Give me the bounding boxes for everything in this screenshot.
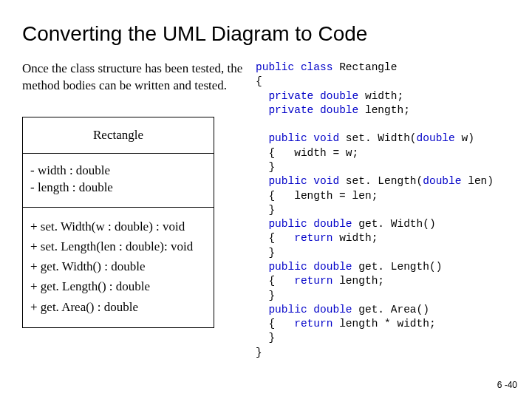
slide: Converting the UML Diagram to Code Once … xyxy=(0,0,532,399)
slide-title: Converting the UML Diagram to Code xyxy=(22,22,510,46)
keyword: void xyxy=(313,175,339,187)
code-text: Rectangle xyxy=(339,61,397,73)
uml-method: + set. Length(len : double): void xyxy=(30,236,206,256)
keyword: double xyxy=(320,90,358,102)
keyword: return xyxy=(294,318,332,330)
keyword: public xyxy=(268,304,307,316)
keyword: void xyxy=(313,132,339,144)
uml-method: + get. Area() : double xyxy=(30,297,206,317)
code-text: } xyxy=(256,290,275,301)
code-text: length; xyxy=(332,275,384,287)
code-text: { length = len; xyxy=(256,190,378,202)
intro-paragraph: Once the class structure has been tested… xyxy=(22,61,244,95)
code-text: { xyxy=(256,275,294,287)
code-text: } xyxy=(256,204,275,216)
code-text: w) xyxy=(455,132,474,144)
code-text: set. Length( xyxy=(339,175,423,187)
uml-field: - length : double xyxy=(30,180,206,197)
keyword: double xyxy=(423,175,461,187)
keyword: double xyxy=(320,104,358,116)
code-text: length; xyxy=(358,104,410,116)
right-column: public class Rectangle { private double … xyxy=(256,61,510,360)
keyword: double xyxy=(417,132,455,144)
code-text: } xyxy=(256,332,275,344)
uml-fields: - width : double - length : double xyxy=(23,154,214,208)
keyword: double xyxy=(313,304,352,316)
keyword: public xyxy=(268,218,307,230)
code-text: set. Width( xyxy=(339,132,416,144)
code-text: get. Area() xyxy=(352,304,429,316)
keyword: double xyxy=(313,218,352,230)
code-text: } xyxy=(256,247,275,259)
content-columns: Once the class structure has been tested… xyxy=(22,61,510,360)
keyword: double xyxy=(313,261,352,273)
keyword: public xyxy=(268,175,307,187)
page-number: 6 -40 xyxy=(497,380,517,390)
keyword: private xyxy=(268,104,313,116)
code-text: get. Width() xyxy=(352,218,436,230)
code-text: { xyxy=(256,75,262,87)
code-text: } xyxy=(256,347,262,358)
keyword: public xyxy=(268,132,307,144)
code-text: width; xyxy=(358,90,403,102)
uml-method: + get. Length() : double xyxy=(30,276,206,296)
code-block: public class Rectangle { private double … xyxy=(256,61,510,360)
keyword: return xyxy=(294,275,332,287)
uml-method: + get. Width() : double xyxy=(30,256,206,276)
uml-methods: + set. Width(w : double) : void + set. L… xyxy=(23,208,214,327)
code-text: { xyxy=(256,232,294,244)
keyword: class xyxy=(301,61,333,73)
keyword: return xyxy=(294,232,332,244)
keyword: public xyxy=(256,61,294,73)
code-text: get. Length() xyxy=(352,261,443,273)
uml-diagram: Rectangle - width : double - length : do… xyxy=(22,117,214,328)
uml-class-name: Rectangle xyxy=(23,117,214,154)
code-text: width; xyxy=(332,232,378,244)
code-text: len) xyxy=(461,175,494,187)
code-text: } xyxy=(256,161,275,173)
code-text: { width = w; xyxy=(256,147,358,159)
left-column: Once the class structure has been tested… xyxy=(22,61,244,360)
uml-field: - width : double xyxy=(30,163,206,180)
code-text: { xyxy=(256,318,294,330)
uml-method: + set. Width(w : double) : void xyxy=(30,216,206,236)
keyword: public xyxy=(268,261,307,273)
code-text: length * width; xyxy=(332,318,435,330)
keyword: private xyxy=(268,90,313,102)
